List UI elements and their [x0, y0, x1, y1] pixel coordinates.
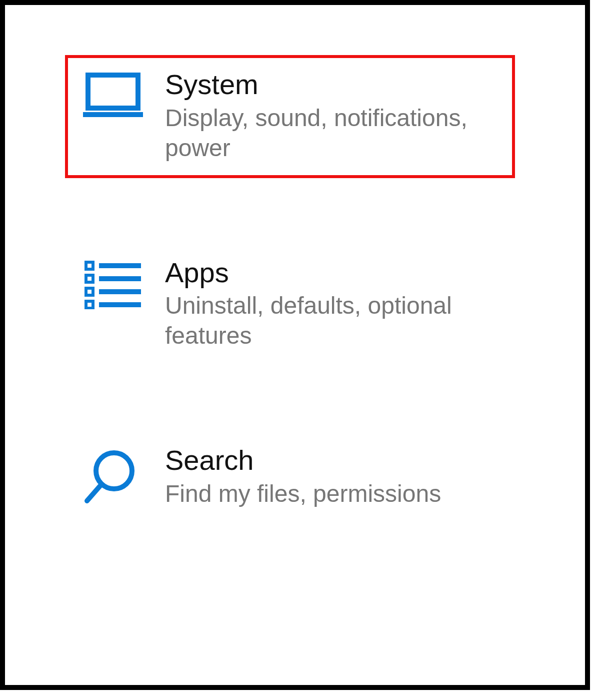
settings-item-search[interactable]: Search Find my files, permissions	[65, 431, 515, 524]
svg-rect-0	[88, 75, 138, 108]
settings-item-text: Search Find my files, permissions	[148, 444, 441, 509]
settings-item-desc: Uninstall, defaults, optional features	[165, 291, 485, 351]
settings-item-text: System Display, sound, notifications, po…	[148, 68, 485, 163]
svg-rect-9	[99, 302, 141, 307]
svg-rect-5	[99, 276, 141, 281]
svg-rect-7	[99, 289, 141, 294]
svg-rect-4	[86, 275, 93, 282]
svg-rect-3	[99, 263, 141, 268]
settings-item-text: Apps Uninstall, defaults, optional featu…	[148, 256, 485, 351]
svg-rect-2	[86, 262, 93, 269]
apps-icon	[78, 256, 148, 309]
svg-rect-1	[83, 112, 143, 117]
search-icon	[78, 444, 148, 507]
settings-item-desc: Find my files, permissions	[165, 479, 441, 509]
svg-rect-8	[86, 301, 93, 308]
svg-rect-6	[86, 288, 93, 295]
settings-item-system[interactable]: System Display, sound, notifications, po…	[65, 55, 515, 178]
settings-item-title: Apps	[165, 257, 485, 288]
settings-categories-panel: System Display, sound, notifications, po…	[0, 0, 590, 690]
settings-item-apps[interactable]: Apps Uninstall, defaults, optional featu…	[65, 243, 515, 366]
settings-item-title: Search	[165, 445, 441, 476]
system-icon	[78, 68, 148, 121]
settings-item-title: System	[165, 69, 485, 100]
settings-item-desc: Display, sound, notifications, power	[165, 103, 485, 163]
svg-line-11	[87, 485, 101, 501]
